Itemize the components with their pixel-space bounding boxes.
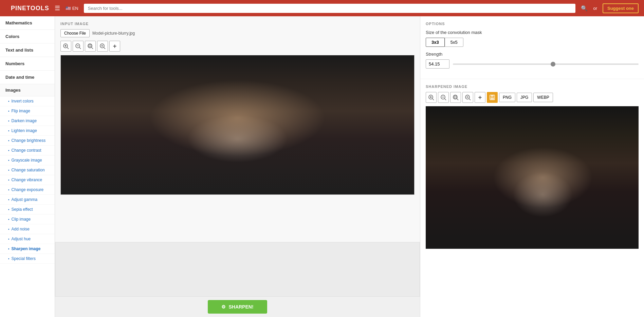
sharpened-zoom-in-button[interactable]	[426, 92, 437, 103]
png-format-button[interactable]: PNG	[499, 93, 515, 102]
sidebar-item-label: Change vibrance	[12, 178, 42, 182]
svg-line-12	[104, 48, 105, 49]
svg-point-11	[102, 45, 103, 46]
bullet-icon: •	[8, 178, 10, 182]
webp-format-button[interactable]: WEBP	[533, 93, 553, 102]
sidebar-item-label: Grayscale image	[12, 158, 42, 163]
sidebar-item-change-brightness[interactable]: • Change brightness	[0, 136, 55, 146]
svg-rect-27	[491, 95, 494, 97]
search-icon[interactable]: 🔍	[581, 5, 588, 12]
svg-line-19	[445, 99, 446, 100]
bullet-icon: •	[8, 149, 10, 152]
sharpened-image-section: SHARPENED IMAGE + PNG JP	[420, 79, 644, 254]
sidebar: Mathematics Colors Text and lists Number…	[0, 16, 55, 317]
sidebar-item-label: Adjust hue	[12, 237, 31, 241]
sidebar-item-images[interactable]: Images	[0, 84, 55, 96]
sidebar-item-label: Adjust gamma	[12, 197, 38, 202]
options-section: OPTIONS Size of the convolution mask 3x3…	[420, 16, 644, 79]
suggest-button[interactable]: Suggest one	[603, 3, 639, 13]
sidebar-item-adjust-hue[interactable]: • Adjust hue	[0, 234, 55, 244]
jpg-format-button[interactable]: JPG	[517, 93, 532, 102]
sidebar-item-label: Add noise	[12, 227, 30, 231]
hamburger-menu-icon[interactable]: ☰	[55, 4, 60, 12]
zoom-out-button[interactable]	[73, 41, 84, 52]
sidebar-item-label: Lighten image	[12, 128, 37, 133]
lang-code: EN	[72, 6, 78, 11]
sidebar-item-change-saturation[interactable]: • Change saturation	[0, 165, 55, 175]
strength-input[interactable]	[426, 59, 449, 69]
sharpened-image	[426, 106, 639, 249]
sidebar-item-label: Change contrast	[12, 148, 41, 153]
sidebar-item-colors[interactable]: Colors	[0, 30, 55, 43]
search-input[interactable]	[84, 4, 576, 13]
mask-3x3-button[interactable]: 3x3	[426, 38, 445, 47]
sidebar-item-label: Special filters	[12, 256, 36, 261]
sharpened-zoom-fit-button[interactable]	[450, 92, 461, 103]
input-image	[61, 55, 414, 194]
sidebar-item-add-noise[interactable]: • Add noise	[0, 224, 55, 234]
header: PINETOOLS ☰ 🇺🇸 EN 🔍 or Suggest one	[0, 0, 644, 16]
sidebar-item-mathematics[interactable]: Mathematics	[0, 16, 55, 30]
sidebar-item-sharpen-image[interactable]: • Sharpen image	[0, 244, 55, 254]
sidebar-item-label: Sharpen image	[12, 246, 41, 251]
sidebar-item-lighten-image[interactable]: • Lighten image	[0, 126, 55, 136]
bullet-icon: •	[8, 139, 10, 143]
bullet-icon: •	[8, 109, 10, 113]
sidebar-item-change-contrast[interactable]: • Change contrast	[0, 146, 55, 155]
zoom-fit-button[interactable]	[85, 41, 96, 52]
sidebar-item-special-filters[interactable]: • Special filters	[0, 254, 55, 264]
bullet-icon: •	[8, 247, 10, 251]
sidebar-item-label: Darken image	[12, 118, 37, 123]
zoom-reset-button[interactable]	[97, 41, 108, 52]
svg-rect-8	[89, 45, 91, 47]
svg-point-20	[453, 95, 457, 99]
sharpened-zoom-out-button[interactable]	[438, 92, 449, 103]
sharpened-zoom-reset-button[interactable]	[462, 92, 473, 103]
right-panel: OPTIONS Size of the convolution mask 3x3…	[420, 16, 644, 317]
mask-btn-group: 3x3 5x5	[426, 38, 639, 47]
sidebar-item-clip-image[interactable]: • Clip image	[0, 215, 55, 224]
sidebar-item-flip-image[interactable]: • Flip image	[0, 106, 55, 116]
zoom-add-button[interactable]: +	[109, 41, 120, 52]
mask-5x5-button[interactable]: 5x5	[445, 38, 463, 47]
svg-line-16	[433, 99, 434, 100]
zoom-in-button[interactable]	[60, 41, 71, 52]
svg-point-24	[467, 96, 468, 98]
sharpened-image-container	[426, 106, 639, 249]
sidebar-item-numbers[interactable]: Numbers	[0, 57, 55, 71]
sharpen-button[interactable]: ⚙ SHARPEN!	[208, 300, 267, 314]
choose-file-button[interactable]: Choose File	[60, 29, 90, 37]
sidebar-item-change-exposure[interactable]: • Change exposure	[0, 185, 55, 195]
sharpened-zoom-add-button[interactable]: +	[475, 92, 485, 103]
sidebar-item-label: Sepia effect	[12, 207, 33, 212]
strength-slider[interactable]	[453, 63, 639, 65]
language-selector[interactable]: 🇺🇸 EN	[66, 6, 78, 11]
sidebar-item-label: Invert colors	[12, 99, 34, 104]
sidebar-item-change-vibrance[interactable]: • Change vibrance	[0, 175, 55, 185]
sidebar-item-adjust-gamma[interactable]: • Adjust gamma	[0, 195, 55, 205]
sidebar-item-darken-image[interactable]: • Darken image	[0, 116, 55, 126]
bullet-icon: •	[8, 188, 10, 192]
input-image-visual	[61, 55, 414, 194]
mask-size-label: Size of the convolution mask	[426, 30, 639, 35]
strength-option: Strength	[426, 52, 639, 69]
zoom-controls: +	[60, 41, 415, 52]
sharpened-section-label: SHARPENED IMAGE	[426, 85, 639, 89]
input-section-label: INPUT IMAGE	[60, 22, 415, 26]
sidebar-item-date-time[interactable]: Date and time	[0, 71, 55, 84]
svg-line-6	[79, 48, 81, 49]
sidebar-item-invert-colors[interactable]: • Invert colors	[0, 96, 55, 106]
bullet-icon: •	[8, 208, 10, 211]
sidebar-item-text-lists[interactable]: Text and lists	[0, 43, 55, 57]
options-label: OPTIONS	[426, 22, 639, 26]
bullet-icon: •	[8, 119, 10, 123]
or-text: or	[593, 6, 597, 11]
sidebar-item-grayscale-image[interactable]: • Grayscale image	[0, 155, 55, 165]
bullet-icon: •	[8, 218, 10, 221]
main-layout: Mathematics Colors Text and lists Number…	[0, 16, 644, 317]
sidebar-item-sepia-effect[interactable]: • Sepia effect	[0, 205, 55, 215]
sharpened-controls: + PNG JPG WEBP	[426, 92, 639, 103]
save-button[interactable]	[487, 92, 498, 103]
input-image-section: INPUT IMAGE Choose File Model-picture-bl…	[55, 16, 420, 242]
strength-label: Strength	[426, 52, 639, 57]
